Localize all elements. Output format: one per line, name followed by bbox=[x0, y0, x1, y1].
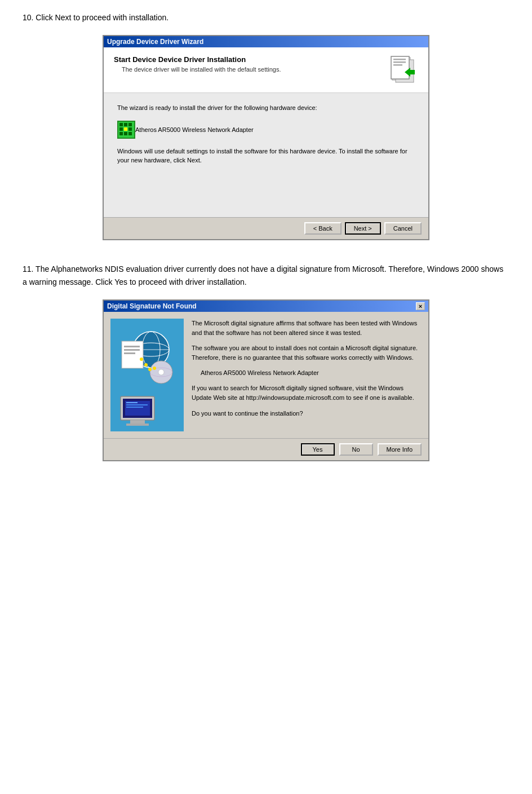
wizard-titlebar: Upgrade Device Driver Wizard bbox=[104, 36, 428, 47]
step-10-instruction: Click Next to proceed with installation. bbox=[36, 13, 169, 22]
sig-para4: Do you want to continue the installation… bbox=[192, 409, 422, 418]
cancel-button[interactable]: Cancel bbox=[384, 222, 422, 235]
step-10-section: 10. Click Next to proceed with installat… bbox=[23, 11, 509, 240]
more-info-button[interactable]: More Info bbox=[378, 443, 422, 456]
step-11-section: 11. The Alphanetworks NDIS evaluation dr… bbox=[23, 263, 509, 461]
svg-rect-7 bbox=[393, 61, 406, 63]
wizard-title: Upgrade Device Driver Wizard bbox=[107, 38, 203, 46]
wizard-header-title: Start Device Device Driver Installation bbox=[114, 55, 281, 64]
sig-para1: The Microsoft digital signature affirms … bbox=[192, 319, 422, 338]
svg-point-33 bbox=[140, 358, 143, 361]
svg-rect-12 bbox=[119, 123, 123, 126]
step-11-instruction: The Alphanetworks NDIS evaluation driver… bbox=[23, 264, 503, 286]
svg-rect-15 bbox=[119, 127, 123, 131]
no-button[interactable]: No bbox=[339, 443, 373, 456]
signature-illustration bbox=[110, 319, 184, 431]
close-icon[interactable]: × bbox=[416, 302, 425, 310]
sig-titlebar: Digital Signature Not Found × bbox=[104, 301, 428, 312]
upgrade-driver-wizard-dialog: Upgrade Device Driver Wizard Start Devic… bbox=[103, 35, 429, 240]
step-11-text: 11. The Alphanetworks NDIS evaluation dr… bbox=[23, 263, 509, 288]
step-10-number: 10. bbox=[23, 13, 33, 22]
wizard-body: Start Device Device Driver Installation … bbox=[104, 47, 428, 239]
sig-device-name: Atheros AR5000 Wireless Network Adapter bbox=[201, 368, 422, 378]
sig-title: Digital Signature Not Found bbox=[107, 302, 197, 310]
svg-point-36 bbox=[153, 367, 156, 370]
svg-point-35 bbox=[148, 368, 152, 371]
driver-wizard-icon bbox=[389, 55, 418, 85]
sig-footer: Yes No More Info bbox=[104, 438, 428, 460]
svg-rect-19 bbox=[124, 132, 127, 135]
digital-signature-dialog: Digital Signature Not Found × bbox=[103, 299, 429, 461]
wizard-header-subtitle: The device driver will be installed with… bbox=[122, 66, 281, 73]
svg-rect-28 bbox=[124, 349, 140, 351]
svg-rect-42 bbox=[126, 402, 138, 403]
svg-rect-17 bbox=[128, 127, 132, 131]
wizard-header-text: Start Device Device Driver Installation … bbox=[114, 55, 281, 73]
device-row: Atheros AR5000 Wireless Network Adapter bbox=[117, 121, 415, 139]
svg-rect-6 bbox=[393, 59, 406, 60]
svg-rect-18 bbox=[119, 132, 123, 135]
sig-para3: If you want to search for Microsoft digi… bbox=[192, 383, 422, 403]
svg-rect-13 bbox=[124, 123, 127, 126]
svg-rect-44 bbox=[126, 407, 143, 408]
sig-body: The Microsoft digital signature affirms … bbox=[104, 312, 428, 438]
sig-text-content: The Microsoft digital signature affirms … bbox=[192, 319, 422, 431]
wizard-ready-text: The wizard is ready to install the drive… bbox=[117, 103, 415, 113]
network-adapter-icon bbox=[117, 121, 135, 139]
svg-rect-20 bbox=[128, 132, 132, 135]
svg-point-31 bbox=[158, 369, 164, 375]
wizard-footer: < Back Next > Cancel bbox=[104, 217, 428, 239]
svg-rect-14 bbox=[128, 123, 132, 126]
wizard-content: The wizard is ready to install the drive… bbox=[104, 93, 428, 217]
device-name-label: Atheros AR5000 Wireless Network Adapter bbox=[135, 126, 254, 133]
sig-para2: The software you are about to install do… bbox=[192, 343, 422, 363]
wizard-install-text: Windows will use default settings to ins… bbox=[117, 147, 415, 165]
svg-rect-43 bbox=[126, 404, 148, 405]
svg-rect-39 bbox=[130, 420, 145, 424]
svg-point-34 bbox=[144, 363, 148, 367]
yes-button[interactable]: Yes bbox=[301, 443, 335, 456]
sig-image-svg bbox=[110, 319, 184, 431]
back-button[interactable]: < Back bbox=[304, 222, 342, 235]
svg-rect-29 bbox=[124, 352, 135, 354]
wizard-header: Start Device Device Driver Installation … bbox=[104, 47, 428, 93]
svg-rect-8 bbox=[393, 64, 402, 66]
next-button[interactable]: Next > bbox=[345, 222, 381, 235]
svg-rect-27 bbox=[124, 346, 140, 347]
svg-rect-40 bbox=[126, 424, 149, 426]
svg-rect-16 bbox=[124, 127, 127, 131]
step-10-text: 10. Click Next to proceed with installat… bbox=[23, 11, 509, 24]
svg-rect-26 bbox=[122, 341, 143, 368]
step-11-number: 11. bbox=[23, 264, 33, 274]
